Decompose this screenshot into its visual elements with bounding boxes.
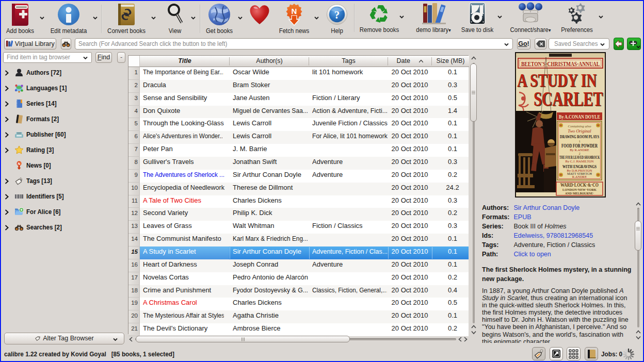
svg-text:WARD·LOCK·&·CO: WARD·LOCK·&·CO	[560, 182, 599, 188]
svg-text:By A.CONAN DOYLE: By A.CONAN DOYLE	[559, 114, 600, 120]
svg-text:AND·MELBOURNE·: AND·MELBOURNE·	[565, 191, 594, 195]
svg-text:DRAWING ROOM PLAYS: DRAWING ROOM PLAYS	[560, 134, 599, 139]
svg-text:SCARLET: SCARLET	[534, 87, 603, 110]
svg-text:By C.J. HAMILTON: By C.J. HAMILTON	[566, 159, 594, 163]
svg-text:N: N	[18, 162, 20, 166]
svg-text:N: N	[292, 7, 297, 15]
svg-text:1: 1	[578, 139, 580, 143]
svg-text:?: ?	[334, 9, 340, 21]
svg-text:2: 2	[578, 152, 580, 155]
svg-text:Two Original: Two Original	[568, 128, 591, 134]
svg-text:Containing also: Containing also	[568, 124, 591, 128]
svg-text:BEETON'S·CHRISTMAS·ANNUAL: BEETON'S·CHRISTMAS·ANNUAL	[521, 60, 600, 68]
svg-text:By R.ANDRE: By R.ANDRE	[570, 148, 589, 152]
svg-text:R.ANDRE: R.ANDRE	[572, 175, 587, 178]
